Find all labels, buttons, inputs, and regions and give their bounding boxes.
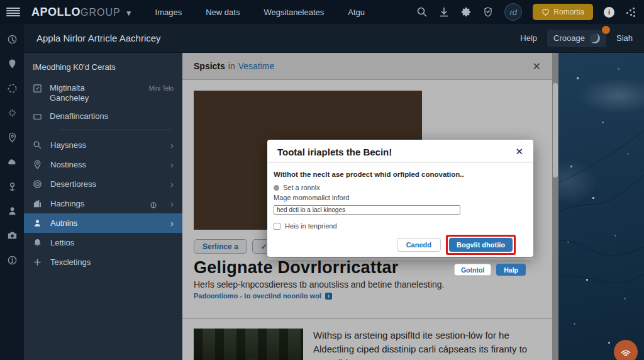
modal-title: Tootal iriaplets the Becin! [277, 147, 392, 157]
page-title: Appla Nirlor Artricle Aachricey [36, 33, 161, 43]
checkbox[interactable] [274, 223, 280, 230]
chat-wing-icon [619, 346, 632, 358]
chevron-right-icon: › [170, 179, 174, 189]
pin-filled-icon[interactable] [7, 59, 18, 69]
gear-icon[interactable] [460, 6, 472, 18]
brand-mark-icon[interactable] [7, 34, 18, 45]
heart-pin-icon [541, 8, 550, 16]
top-nav: Images New dats Wegsitaneleates Atgu [155, 8, 365, 17]
nav-item-wegsitaneleates[interactable]: Wegsitaneleates [264, 8, 324, 17]
pin-icon [33, 160, 42, 169]
sidebar-item-label: Denaflincartions [50, 111, 119, 122]
download-icon[interactable] [438, 6, 450, 18]
sidebar-item-nostiness[interactable]: Nostiness › [24, 155, 182, 174]
logo[interactable]: APOLLO GROUP ▼ [31, 6, 133, 19]
context-banner: Spsicts in Vesatime ✕ [182, 53, 552, 80]
checkbox-label: Heis in tenpriend [285, 222, 337, 230]
search-icon [33, 140, 42, 150]
check-icon: ✓ [261, 242, 267, 251]
account-pill[interactable]: Crooage [547, 30, 606, 47]
sidebar-item-autnins[interactable]: Autnins › [24, 213, 182, 233]
sidebar-item-meta: Mini Telo [149, 85, 174, 92]
nav-item-new-dats[interactable]: New dats [206, 8, 240, 17]
card-icon [33, 112, 42, 121]
building-icon [33, 199, 42, 208]
chevron-right-icon: › [170, 198, 174, 209]
person-icon[interactable] [7, 206, 18, 217]
mini-indicator-icon [150, 200, 157, 208]
sidebar-item-texcletings[interactable]: Texcletings [24, 252, 182, 272]
signin-link[interactable]: Siah [616, 33, 633, 43]
top-bar-actions: rd Romortia i [416, 3, 644, 21]
avatar[interactable]: rd [504, 3, 522, 21]
modal-body-text: Witlhot the neclt ase prodect whid orfip… [274, 171, 523, 178]
left-icon-rail [0, 24, 24, 360]
gesture-icon[interactable] [7, 181, 18, 192]
person-icon [33, 218, 42, 228]
notification-badge [602, 26, 610, 34]
help-link[interactable]: Help [520, 33, 537, 43]
logo-secondary: GROUP [80, 7, 121, 18]
moon-icon [590, 33, 600, 43]
sidebar-item-denaflincartions[interactable]: Denaflincartions [33, 111, 174, 122]
sidebar-item-migtinalta[interactable]: Migtinalta Gancheley Mini Telo [33, 83, 174, 104]
crest-icon[interactable] [482, 6, 494, 18]
scrollbar-track[interactable] [552, 53, 558, 360]
sparkle-icon[interactable] [7, 108, 18, 118]
search-icon[interactable] [416, 6, 428, 18]
footer-secondary-button[interactable]: Gotntol [454, 264, 491, 276]
menu-label: Nostiness [50, 160, 86, 169]
primary-action-button[interactable]: Bogvlit dhotiio [449, 238, 513, 252]
pin-outline-icon[interactable] [7, 132, 18, 143]
modal-header: Tootal iriaplets the Becin! ✕ [267, 140, 533, 163]
bell-icon [33, 238, 42, 247]
plus-icon [33, 257, 42, 267]
sidebar-header: IMeodhing K0'd Cerats [33, 62, 133, 73]
banner-link[interactable]: Vesatime [238, 61, 275, 71]
menu-label: Texcletings [50, 257, 91, 267]
apps-dots-icon[interactable] [625, 7, 635, 17]
chevron-down-icon: ▼ [125, 9, 133, 18]
alert-circle-icon[interactable] [7, 255, 18, 266]
sidebar-item-hachings[interactable]: Hachings › [24, 194, 182, 213]
sidebar: IMeodhing K0'd Cerats Migtinalta Ganchel… [24, 53, 182, 360]
info-icon[interactable]: i [604, 7, 614, 18]
article-doclink[interactable]: Padoontiomo - to ovectind noonilo wol i [194, 292, 332, 300]
contour-lines [558, 53, 644, 360]
menu-label: Autnins [50, 218, 77, 228]
modal-text-input[interactable] [274, 205, 460, 215]
sidebar-item-lettios[interactable]: Lettios [24, 233, 182, 252]
modal-dialog: Tootal iriaplets the Becin! ✕ Witlhot th… [267, 140, 533, 257]
sidebar-divider [59, 130, 171, 130]
related-text: Withsp is arsteing apsifltd ite sestion-… [313, 329, 551, 360]
account-label: Crooage [553, 33, 585, 43]
radio-button[interactable] [274, 185, 279, 191]
edit-icon [33, 84, 42, 93]
loading-circle-icon[interactable] [7, 83, 18, 94]
related-item[interactable]: Withsp is arsteing apsifltd ite sestion-… [194, 329, 551, 360]
top-bar: APOLLO GROUP ▼ Images New dats Wegsitane… [0, 0, 644, 24]
input-label: Mage momomalict inford [274, 194, 523, 201]
scrollbar-thumb[interactable] [553, 83, 558, 177]
related-thumbnail [194, 329, 303, 360]
chat-button[interactable] [614, 340, 638, 360]
serlince-button[interactable]: Serlince a [194, 239, 247, 254]
cancel-button[interactable]: Canedd [397, 238, 441, 252]
nav-item-images[interactable]: Images [155, 8, 182, 17]
banner-mid: in [228, 61, 235, 71]
banner-close-icon[interactable]: ✕ [533, 60, 541, 72]
target-icon [33, 179, 42, 189]
nav-item-atgu[interactable]: Atgu [348, 8, 365, 17]
footer-primary-button[interactable]: Halp [496, 264, 526, 276]
hamburger-menu-icon[interactable] [6, 8, 20, 16]
modal-close-icon[interactable]: ✕ [515, 146, 523, 157]
right-sky-panel [558, 53, 644, 360]
cloud-icon[interactable] [7, 157, 18, 167]
camera-icon[interactable] [7, 230, 18, 241]
serlince-button-label: Serlince a [203, 242, 238, 251]
sidebar-item-desertioress[interactable]: Desertioress › [24, 174, 182, 194]
menu-label: Haysness [50, 140, 86, 150]
sidebar-item-haysness[interactable]: Haysness › [24, 135, 182, 155]
romortia-button[interactable]: Romortia [533, 4, 593, 20]
doclink-label: Padoontiomo - to ovectind noonilo wol [194, 292, 321, 300]
